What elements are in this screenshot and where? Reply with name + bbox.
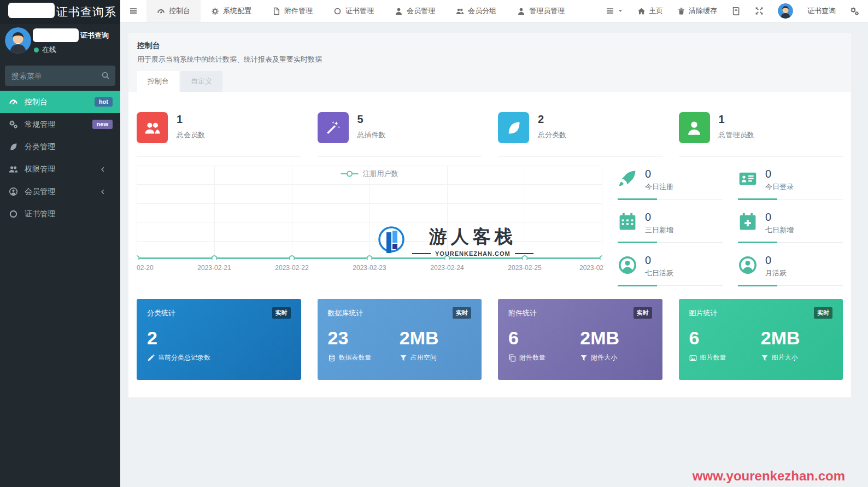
realtime-badge: 实时 xyxy=(272,307,291,319)
x-tick: 2023-02 xyxy=(579,264,603,272)
settings-gears-icon[interactable] xyxy=(850,7,859,16)
user-circle-icon xyxy=(618,255,637,275)
user-icon xyxy=(395,7,403,15)
registered-users-chart: 注册用户数 02-20 2023-02-21 2023-02-22 2023-0… xyxy=(137,166,602,286)
file-icon xyxy=(272,7,280,15)
topbar-user-label[interactable]: 证书查询 xyxy=(807,6,836,16)
fullscreen-icon[interactable] xyxy=(755,7,764,15)
mini-value: 0 xyxy=(765,211,794,224)
users-icon xyxy=(9,165,18,174)
home-button[interactable]: 主页 xyxy=(637,6,663,16)
sidebar-item-category[interactable]: 分类管理 xyxy=(0,136,120,158)
circle-icon xyxy=(333,7,342,15)
notebook-icon[interactable] xyxy=(731,7,741,16)
app-logo-title: 证书查询系 xyxy=(56,4,116,20)
topbar-tab-label: 附件管理 xyxy=(284,6,313,16)
tab-dashboard[interactable]: 控制台 xyxy=(137,71,179,92)
mini-stat-7day-active: 0 七日活跃 xyxy=(618,254,723,286)
stat-value: 2 xyxy=(538,113,566,126)
card-title: 分类统计 xyxy=(147,308,175,318)
mini-value: 0 xyxy=(765,168,794,180)
watermark-domain-row: YOURENKEZHAN.COM xyxy=(412,250,533,257)
watermark-logo-icon xyxy=(377,226,406,256)
stat-value: 1 xyxy=(719,113,754,126)
metric-label: 当前分类总记录数 xyxy=(158,353,210,362)
home-label: 主页 xyxy=(649,6,663,16)
chart-legend[interactable]: 注册用户数 xyxy=(341,169,398,179)
gauge-icon xyxy=(157,7,165,15)
metric-value: 23 xyxy=(328,327,400,349)
topbar-avatar[interactable] xyxy=(778,3,793,19)
mini-value: 0 xyxy=(645,211,673,224)
sidebar-item-dashboard[interactable]: 控制台 hot xyxy=(0,91,120,113)
topbar-tab-certificate[interactable]: 证书管理 xyxy=(323,0,384,22)
mini-value: 0 xyxy=(645,168,673,180)
mini-value: 0 xyxy=(765,254,787,267)
stat-value: 5 xyxy=(357,113,386,126)
redaction-box xyxy=(33,28,79,42)
id-card-icon xyxy=(738,169,758,189)
search-icon[interactable] xyxy=(101,71,110,80)
topbar-tab-config[interactable]: 系统配置 xyxy=(201,0,262,22)
stat-label: 总会员数 xyxy=(177,130,205,140)
sidebar-item-label: 常规管理 xyxy=(25,120,92,130)
panel-heading: 控制台 用于展示当前系统中的统计数据、统计报表及重要实时数据 xyxy=(128,33,851,71)
tab-list-dropdown[interactable] xyxy=(606,7,623,15)
topbar-tab-attachment[interactable]: 附件管理 xyxy=(262,0,323,22)
clear-cache-button[interactable]: 清除缓存 xyxy=(677,6,717,16)
card-category-stats: 分类统计 实时 2 当前分类总记录数 xyxy=(137,299,301,380)
sidebar-item-general[interactable]: 常规管理 new xyxy=(0,113,120,136)
mini-stat-month-active: 0 月活跃 xyxy=(738,254,843,286)
user-role-label: 证书查询 xyxy=(80,31,109,40)
sidebar-item-member[interactable]: 会员管理 xyxy=(0,180,120,203)
hot-badge: hot xyxy=(95,97,113,107)
logo-header: 证书查询系 xyxy=(0,0,120,24)
user-icon xyxy=(517,7,525,15)
user-status-label: 在线 xyxy=(42,45,56,55)
metric-value: 2MB xyxy=(761,327,832,349)
topbar-tab-admin[interactable]: 管理员管理 xyxy=(507,0,575,22)
page-title: 控制台 xyxy=(137,41,842,51)
pencil-icon xyxy=(147,354,155,362)
sidebar-item-certificate[interactable]: 证书管理 xyxy=(0,203,120,225)
x-tick: 2023-02-24 xyxy=(430,264,464,272)
mini-stat-3day-new: 0 三日新增 xyxy=(618,211,723,243)
sidebar-search xyxy=(5,66,115,86)
tab-bar: 控制台 自定义 xyxy=(128,71,851,92)
middle-row: 注册用户数 02-20 2023-02-21 2023-02-22 2023-0… xyxy=(137,166,843,286)
users-icon xyxy=(137,112,168,143)
filter-icon xyxy=(580,354,588,362)
card-database-stats: 数据库统计 实时 23 数据表数量 2MB 占用空间 xyxy=(318,299,482,380)
stat-label: 总管理员数 xyxy=(719,130,754,140)
metric-label: 图片数量 xyxy=(700,353,726,362)
mini-label: 七日活跃 xyxy=(645,268,673,278)
topbar-tab-member-group[interactable]: 会员分组 xyxy=(445,0,507,22)
image-icon xyxy=(689,354,697,362)
mini-stat-7day-new: 0 七日新增 xyxy=(738,211,843,243)
sidebar-user-panel: 证书查询 在线 xyxy=(0,24,120,63)
bars-icon xyxy=(129,7,138,15)
mini-label: 今日注册 xyxy=(645,182,673,192)
magic-wand-icon xyxy=(318,112,349,143)
watermark-domain: YOURENKEZHAN.COM xyxy=(435,250,511,257)
metric-value: 2MB xyxy=(580,327,652,349)
sidebar-item-auth[interactable]: 权限管理 xyxy=(0,158,120,180)
page-subtitle: 用于展示当前系统中的统计数据、统计报表及重要实时数据 xyxy=(137,55,842,64)
metric-label: 附件大小 xyxy=(591,353,617,362)
topbar-tab-member[interactable]: 会员管理 xyxy=(384,0,445,22)
site-watermark-url: www.yourenkezhan.com xyxy=(693,468,845,484)
topbar-tab-dashboard[interactable]: 控制台 xyxy=(146,0,201,22)
user-icon xyxy=(679,112,710,143)
realtime-badge: 实时 xyxy=(814,307,832,319)
mini-value: 0 xyxy=(645,254,673,267)
menu-search-input[interactable] xyxy=(5,66,115,86)
sidebar-toggle-button[interactable] xyxy=(120,0,146,22)
metric-label: 占用空间 xyxy=(410,353,437,362)
database-icon xyxy=(328,354,336,362)
topbar-tab-label: 证书管理 xyxy=(345,6,374,16)
metric-value: 2MB xyxy=(400,327,471,349)
rocket-icon xyxy=(618,169,637,189)
legend-label: 注册用户数 xyxy=(363,169,398,179)
metric-value: 2 xyxy=(147,327,291,349)
tab-custom[interactable]: 自定义 xyxy=(180,71,222,92)
